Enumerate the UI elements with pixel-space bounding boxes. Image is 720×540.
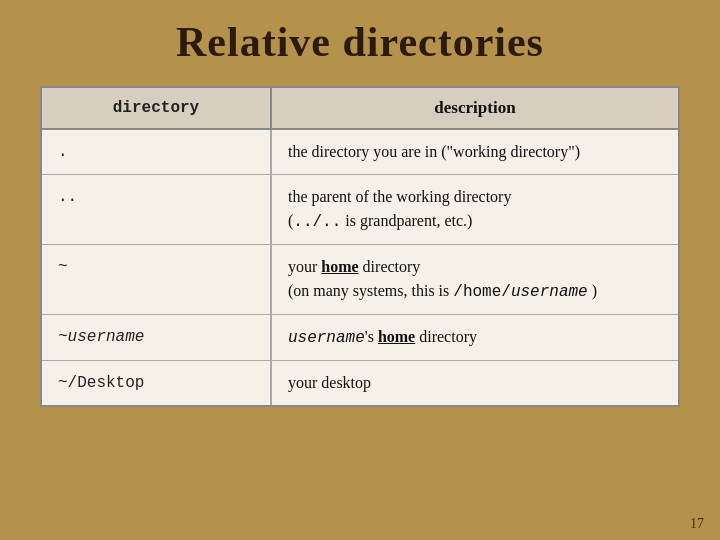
home-underline2: home bbox=[378, 328, 415, 345]
table-wrapper: directory description . the directory yo… bbox=[40, 86, 680, 407]
username-italic-desc: username bbox=[288, 329, 365, 347]
home-underline: home bbox=[321, 258, 358, 275]
directories-table: directory description . the directory yo… bbox=[42, 88, 678, 405]
italic-username: ~username bbox=[58, 328, 144, 346]
table-header-row: directory description bbox=[42, 88, 678, 129]
table-row: ~ your home directory (on many systems, … bbox=[42, 245, 678, 315]
code-home-path: /home/username bbox=[453, 283, 587, 301]
desc-tilde-username: username's home directory bbox=[271, 315, 678, 361]
dir-dot: . bbox=[42, 129, 271, 175]
dir-tilde-username: ~username bbox=[42, 315, 271, 361]
table-row: ~/Desktop your desktop bbox=[42, 361, 678, 406]
desc-dotdot: the parent of the working directory (../… bbox=[271, 175, 678, 245]
code-desktop: ~/Desktop bbox=[58, 374, 144, 392]
dir-desktop: ~/Desktop bbox=[42, 361, 271, 406]
code-username-italic: username bbox=[511, 283, 588, 301]
desc-dot: the directory you are in ("working direc… bbox=[271, 129, 678, 175]
header-directory: directory bbox=[42, 88, 271, 129]
desc-tilde: your home directory (on many systems, th… bbox=[271, 245, 678, 315]
dir-dotdot: .. bbox=[42, 175, 271, 245]
code-dotdot: ../ bbox=[293, 213, 322, 231]
table-row: . the directory you are in ("working dir… bbox=[42, 129, 678, 175]
desc-desktop: your desktop bbox=[271, 361, 678, 406]
header-description: description bbox=[271, 88, 678, 129]
table-row: .. the parent of the working directory (… bbox=[42, 175, 678, 245]
dir-tilde: ~ bbox=[42, 245, 271, 315]
page-number: 17 bbox=[690, 516, 704, 532]
slide-title: Relative directories bbox=[176, 18, 544, 66]
slide: Relative directories directory descripti… bbox=[0, 0, 720, 540]
table-row: ~username username's home directory bbox=[42, 315, 678, 361]
code-dotdot2: .. bbox=[322, 213, 341, 231]
